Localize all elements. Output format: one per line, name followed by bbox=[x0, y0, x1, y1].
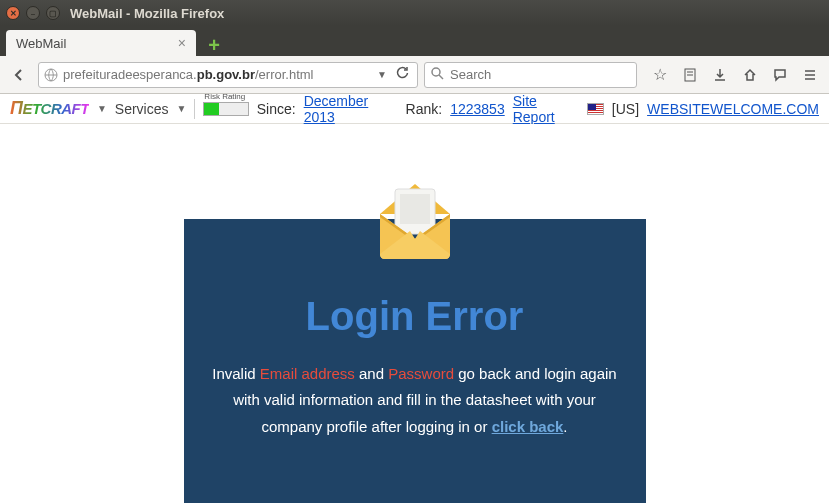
netcraft-since-link[interactable]: December 2013 bbox=[304, 93, 398, 125]
msg-pre: Invalid bbox=[212, 365, 260, 382]
svg-line-2 bbox=[439, 75, 443, 79]
url-host-bold: pb.gov.br bbox=[197, 67, 255, 82]
tab-close-icon[interactable]: × bbox=[178, 35, 186, 51]
window-minimize-button[interactable]: – bbox=[26, 6, 40, 20]
netcraft-separator bbox=[194, 99, 195, 119]
back-button[interactable] bbox=[6, 62, 32, 88]
window-maximize-button[interactable]: ▢ bbox=[46, 6, 60, 20]
netcraft-rank-link[interactable]: 1223853 bbox=[450, 101, 505, 117]
netcraft-logo[interactable]: ΠETCRAFT bbox=[10, 98, 89, 119]
window-titlebar: ✕ – ▢ WebMail - Mozilla Firefox bbox=[0, 0, 829, 26]
netcraft-services-dropdown-icon[interactable]: ▼ bbox=[177, 103, 187, 114]
svg-point-1 bbox=[432, 68, 440, 76]
reload-icon[interactable] bbox=[391, 66, 413, 83]
page-content: Login Error Invalid Email address and Pa… bbox=[0, 124, 829, 503]
downloads-icon[interactable] bbox=[707, 62, 733, 88]
bookmark-star-icon[interactable]: ☆ bbox=[647, 62, 673, 88]
url-history-dropdown-icon[interactable]: ▼ bbox=[373, 69, 391, 80]
tab-strip: WebMail × + bbox=[0, 26, 829, 56]
netcraft-logo-dropdown-icon[interactable]: ▼ bbox=[97, 103, 107, 114]
netcraft-rank-label: Rank: bbox=[406, 101, 443, 117]
search-input[interactable] bbox=[450, 67, 630, 82]
nav-toolbar: prefeituradeesperanca.pb.gov.br/error.ht… bbox=[0, 56, 829, 94]
msg-password-red: Password bbox=[388, 365, 454, 382]
window-close-button[interactable]: ✕ bbox=[6, 6, 20, 20]
us-flag-icon bbox=[587, 103, 604, 115]
netcraft-site-report-link[interactable]: Site Report bbox=[513, 93, 579, 125]
error-heading: Login Error bbox=[184, 294, 646, 339]
netcraft-services-menu[interactable]: Services bbox=[115, 101, 169, 117]
netcraft-since-label: Since: bbox=[257, 101, 296, 117]
search-icon bbox=[431, 67, 444, 83]
error-message: Invalid Email address and Password go ba… bbox=[184, 361, 646, 440]
url-path: /error.html bbox=[255, 67, 314, 82]
netcraft-toolbar: ΠETCRAFT ▼ Services ▼ Since: December 20… bbox=[0, 94, 829, 124]
globe-icon bbox=[43, 67, 59, 83]
url-host-pre: prefeituradeesperanca. bbox=[63, 67, 197, 82]
url-bar[interactable]: prefeituradeesperanca.pb.gov.br/error.ht… bbox=[38, 62, 418, 88]
window-title: WebMail - Mozilla Firefox bbox=[70, 6, 224, 21]
svg-marker-11 bbox=[400, 194, 430, 224]
search-bar[interactable] bbox=[424, 62, 637, 88]
netcraft-host-link[interactable]: WEBSITEWELCOME.COM bbox=[647, 101, 819, 117]
browser-tab[interactable]: WebMail × bbox=[6, 30, 196, 56]
click-back-link[interactable]: click back bbox=[492, 418, 564, 435]
toolbar-right-icons: ☆ bbox=[647, 62, 823, 88]
netcraft-risk-indicator bbox=[203, 102, 248, 116]
msg-email-red: Email address bbox=[260, 365, 355, 382]
tab-title: WebMail bbox=[16, 36, 66, 51]
back-arrow-icon bbox=[11, 67, 27, 83]
msg-and: and bbox=[355, 365, 388, 382]
netcraft-country: [US] bbox=[612, 101, 639, 117]
menu-icon[interactable] bbox=[797, 62, 823, 88]
home-icon[interactable] bbox=[737, 62, 763, 88]
reading-list-icon[interactable] bbox=[677, 62, 703, 88]
new-tab-button[interactable]: + bbox=[202, 34, 226, 56]
msg-dot: . bbox=[563, 418, 567, 435]
chat-icon[interactable] bbox=[767, 62, 793, 88]
envelope-icon bbox=[360, 159, 470, 269]
window-buttons: ✕ – ▢ bbox=[6, 6, 60, 20]
error-panel: Login Error Invalid Email address and Pa… bbox=[184, 219, 646, 503]
url-text: prefeituradeesperanca.pb.gov.br/error.ht… bbox=[63, 67, 373, 82]
